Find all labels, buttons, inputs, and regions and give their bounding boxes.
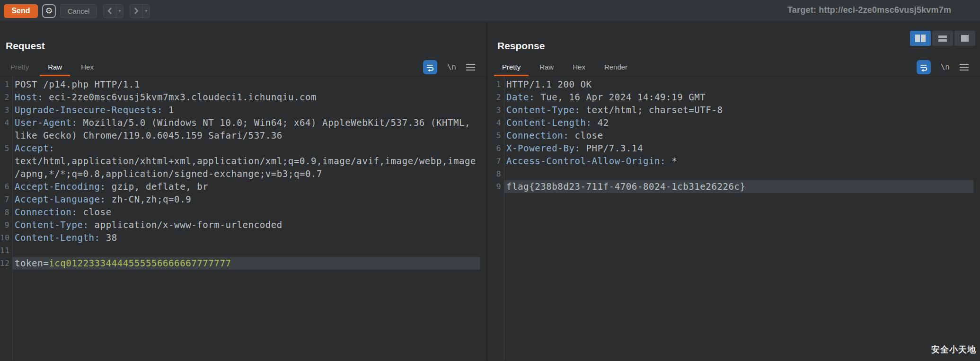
back-button[interactable] [104, 5, 116, 18]
line-number: 2 [0, 91, 12, 104]
line-content: Accept-Language: zh-CN,zh;q=0.9 [12, 193, 480, 206]
line-content: Content-Type: application/x-www-form-url… [12, 219, 480, 231]
line-number: 8 [0, 206, 12, 219]
line-number: 8 [492, 167, 504, 180]
editor-menu-button[interactable] [960, 64, 969, 70]
line-content: Content-Type: text/html; charset=UTF-8 [504, 104, 973, 116]
layout-columns-button[interactable] [910, 31, 931, 46]
menu-icon [466, 64, 475, 65]
line-number: 7 [0, 193, 12, 206]
line-content [12, 244, 480, 257]
request-editor[interactable]: 1POST /p14.php HTTP/1.12Host: eci-2ze0ms… [0, 76, 486, 361]
response-lines: 1HTTP/1.1 200 OK2Date: Tue, 16 Apr 2024 … [492, 78, 973, 193]
layout-single-button[interactable] [954, 31, 975, 46]
watermark-text: 安全小天地 [931, 344, 976, 355]
line-content: Accept: text/html,application/xhtml+xml,… [12, 142, 480, 180]
line-number: 12 [0, 257, 12, 270]
line-content: User-Agent: Mozilla/5.0 (Windows NT 10.0… [12, 116, 480, 142]
layout-rows-button[interactable] [932, 31, 953, 46]
response-tabs: PrettyRawHexRender [493, 58, 637, 76]
request-line: 2Host: eci-2ze0msc6vusj5kvm7mx3.cloudeci… [0, 91, 480, 104]
request-line: 8Connection: close [0, 206, 480, 219]
line-number: 3 [492, 104, 504, 116]
soft-wrap-toggle-button[interactable] [423, 60, 437, 74]
line-content: Host: eci-2ze0msc6vusj5kvm7mx3.cloudeci1… [12, 91, 480, 104]
settings-button[interactable]: ⚙ [42, 4, 56, 18]
response-tabbar: PrettyRawHexRender \n [492, 58, 980, 76]
request-tabs: PrettyRawHex [1, 58, 103, 76]
response-line: 6X-Powered-By: PHP/7.3.14 [492, 142, 973, 155]
send-button[interactable]: Send [4, 4, 38, 18]
chevron-left-icon [107, 8, 113, 14]
line-number: 9 [492, 180, 504, 193]
request-line: 5Accept: text/html,application/xhtml+xml… [0, 142, 480, 180]
response-line: 3Content-Type: text/html; charset=UTF-8 [492, 104, 973, 116]
line-number: 10 [0, 231, 12, 244]
back-history-dropdown[interactable]: ▾ [116, 5, 123, 18]
response-editor-tools: \n [917, 58, 980, 76]
line-content: X-Powered-By: PHP/7.3.14 [504, 142, 973, 155]
response-line: 1HTTP/1.1 200 OK [492, 78, 973, 91]
forward-button[interactable] [130, 5, 142, 18]
forward-button-group: ▾ [130, 4, 150, 18]
show-newlines-button[interactable]: \n [941, 62, 950, 71]
tab-pretty[interactable]: Pretty [1, 58, 38, 76]
request-line: 10Content-Length: 38 [0, 231, 480, 244]
line-content: Content-Length: 42 [504, 116, 973, 129]
line-content: Connection: close [504, 129, 973, 142]
panel-splitter[interactable] [487, 22, 492, 361]
view-layout-buttons [910, 31, 975, 46]
line-content: Date: Tue, 16 Apr 2024 14:49:19 GMT [504, 91, 973, 104]
response-line: 8 [492, 167, 973, 180]
menu-icon [960, 64, 969, 65]
chevron-down-icon: ▾ [145, 9, 148, 13]
line-content: Content-Length: 38 [12, 231, 480, 244]
request-line: 7Accept-Language: zh-CN,zh;q=0.9 [0, 193, 480, 206]
tab-raw[interactable]: Raw [530, 58, 563, 76]
tab-hex[interactable]: Hex [563, 58, 595, 76]
request-line: 11 [0, 244, 480, 257]
request-line: 12token=icq01223334444555556666667777777 [0, 257, 480, 270]
response-panel: Response PrettyRawHexRender \n 1HTTP [492, 22, 980, 361]
single-layout-icon [961, 35, 969, 42]
response-line: 9flag{238b8d23-711f-4706-8024-1cb31e2622… [492, 180, 973, 193]
top-toolbar: Send ⚙ Cancel ▾ ▾ Target: http://eci-2ze… [0, 0, 980, 22]
rows-layout-icon [938, 35, 947, 42]
tab-hex[interactable]: Hex [71, 58, 103, 76]
line-number: 6 [492, 142, 504, 155]
show-newlines-button[interactable]: \n [447, 62, 456, 71]
response-editor[interactable]: 1HTTP/1.1 200 OK2Date: Tue, 16 Apr 2024 … [492, 76, 980, 361]
line-content [504, 167, 973, 180]
request-line: 6Accept-Encoding: gzip, deflate, br [0, 180, 480, 193]
request-line: 3Upgrade-Insecure-Requests: 1 [0, 104, 480, 116]
line-content: Accept-Encoding: gzip, deflate, br [12, 180, 480, 193]
tab-pretty[interactable]: Pretty [493, 58, 530, 76]
soft-wrap-toggle-button[interactable] [917, 60, 931, 74]
request-line: 9Content-Type: application/x-www-form-ur… [0, 219, 480, 231]
line-content: HTTP/1.1 200 OK [504, 78, 973, 91]
request-panel-title: Request [6, 40, 486, 52]
tab-raw[interactable]: Raw [38, 58, 71, 76]
chevron-down-icon: ▾ [119, 9, 121, 13]
soft-wrap-icon [425, 62, 435, 72]
line-number: 1 [492, 78, 504, 91]
response-line: 7Access-Control-Allow-Origin: * [492, 155, 973, 167]
line-number: 7 [492, 155, 504, 167]
soft-wrap-icon [919, 62, 928, 72]
forward-history-dropdown[interactable]: ▾ [142, 5, 150, 18]
cancel-button[interactable]: Cancel [60, 4, 97, 18]
tab-render[interactable]: Render [595, 58, 637, 76]
request-editor-tools: \n [423, 58, 486, 76]
gutter-divider [12, 76, 13, 361]
request-tabbar: PrettyRawHex \n [0, 58, 486, 76]
line-number: 4 [0, 116, 12, 142]
line-number: 9 [0, 219, 12, 231]
request-line: 1POST /p14.php HTTP/1.1 [0, 78, 480, 91]
line-number: 11 [0, 244, 12, 257]
line-content: Upgrade-Insecure-Requests: 1 [12, 104, 480, 116]
line-number: 1 [0, 78, 12, 91]
gutter-divider [504, 76, 504, 361]
line-content: token=icq01223334444555556666667777777 [12, 257, 480, 270]
editor-menu-button[interactable] [466, 64, 475, 70]
line-content: Access-Control-Allow-Origin: * [504, 155, 973, 167]
